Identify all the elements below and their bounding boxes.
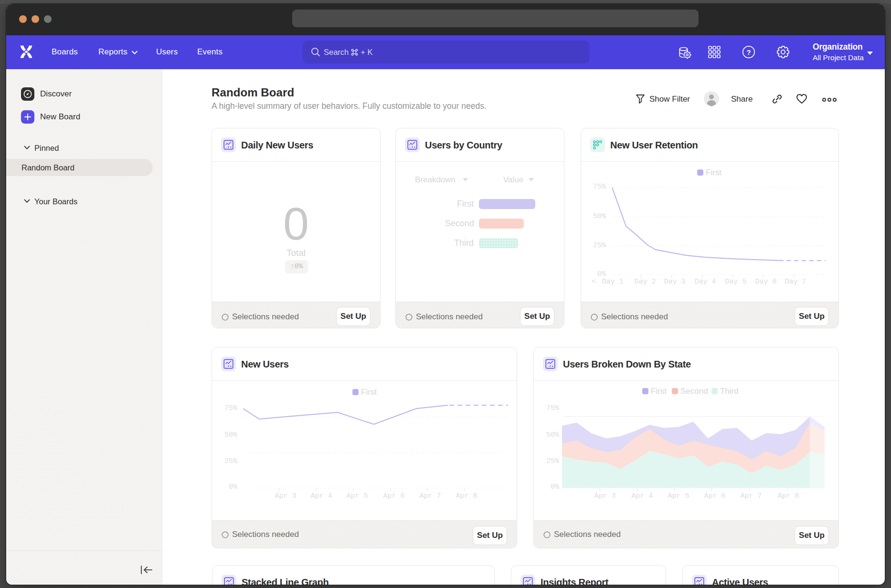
svg-text:?: ? [746,48,751,56]
